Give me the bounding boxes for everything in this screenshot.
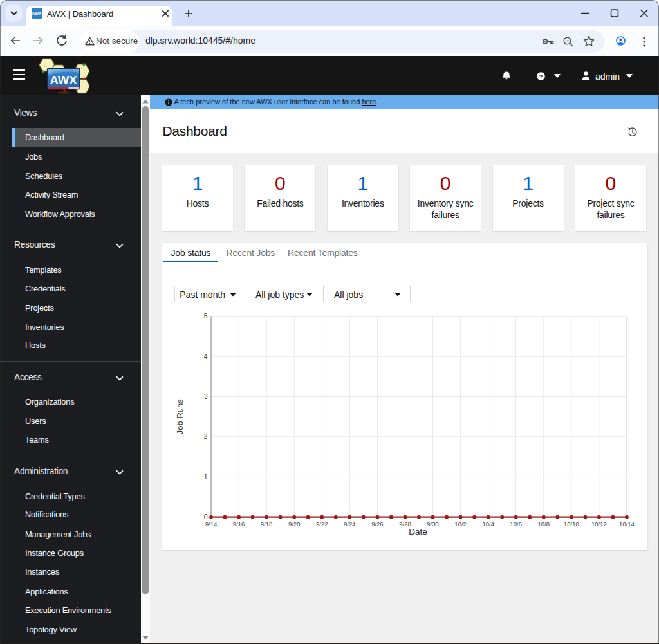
svg-text:Date: Date: [409, 527, 427, 537]
svg-text:AWX: AWX: [50, 73, 77, 87]
svg-text:9/26: 9/26: [371, 520, 384, 528]
svg-text:9/24: 9/24: [344, 520, 356, 528]
svg-text:9/16: 9/16: [232, 520, 245, 528]
svg-text:3: 3: [203, 392, 207, 400]
svg-text:10/6: 10/6: [510, 520, 522, 528]
svg-text:9/14: 9/14: [205, 520, 217, 528]
svg-text:9/20: 9/20: [288, 520, 300, 528]
svg-text:Job Runs: Job Runs: [175, 399, 185, 434]
svg-text:?: ?: [539, 73, 543, 80]
svg-text:10/2: 10/2: [454, 520, 467, 528]
svg-text:10/14: 10/14: [619, 520, 635, 528]
svg-text:10/12: 10/12: [591, 520, 607, 528]
svg-text:0: 0: [203, 513, 207, 520]
svg-text:9/22: 9/22: [316, 520, 328, 528]
svg-text:10/4: 10/4: [482, 520, 494, 528]
svg-text:9/18: 9/18: [260, 520, 272, 528]
svg-text:10/10: 10/10: [564, 520, 579, 528]
svg-text:2: 2: [203, 432, 207, 440]
svg-text:1: 1: [203, 473, 207, 481]
svg-text:9/30: 9/30: [427, 520, 439, 528]
svg-text:5: 5: [203, 312, 207, 320]
svg-text:10/8: 10/8: [537, 520, 550, 528]
svg-text:4: 4: [203, 353, 207, 360]
